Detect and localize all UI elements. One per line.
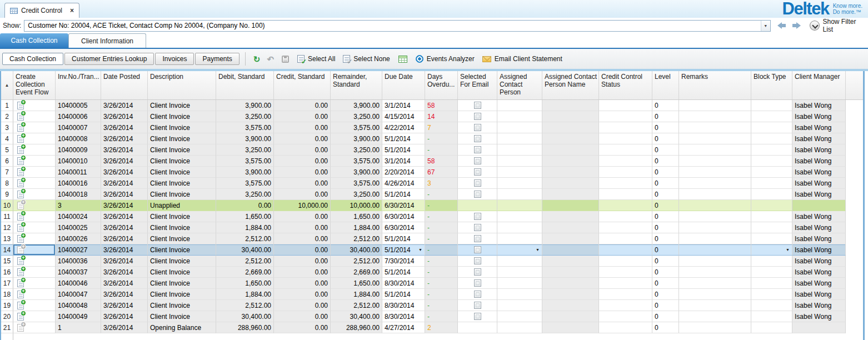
cell-level[interactable]: 0: [652, 256, 679, 267]
create-collection-event-icon[interactable]: +: [17, 313, 24, 321]
cell-days[interactable]: 2: [425, 322, 458, 333]
cell-due[interactable]: 5/1/2014: [382, 144, 425, 156]
table-row[interactable]: 17+104000463/26/2014Client Invoice1,650.…: [1, 278, 863, 289]
cell-block[interactable]: [751, 100, 792, 111]
cell-level[interactable]: 0: [652, 233, 679, 244]
cell-days[interactable]: 14: [425, 111, 458, 122]
column-header-sel[interactable]: Selected For Email: [458, 71, 497, 99]
cell-date[interactable]: 3/26/2014: [101, 200, 148, 211]
cell-debit[interactable]: 3,575.00: [216, 156, 274, 167]
cell-date[interactable]: 3/26/2014: [101, 311, 148, 322]
cell-remarks[interactable]: [679, 178, 751, 189]
table-row[interactable]: 11+104000243/26/2014Client Invoice1,650.…: [1, 211, 863, 222]
cell-block[interactable]: [751, 167, 792, 178]
cell-desc[interactable]: Client Invoice: [148, 278, 216, 289]
cell-ccs[interactable]: [599, 178, 652, 189]
table-row[interactable]: 19+104000483/26/2014Client Invoice2,512.…: [1, 300, 863, 311]
cell-due[interactable]: 3/1/2014: [382, 100, 425, 111]
cell-row-number[interactable]: 1: [1, 100, 13, 111]
cell-mgr[interactable]: Isabel Wong: [792, 144, 846, 156]
cell-acp[interactable]: [497, 256, 542, 267]
cell-sel[interactable]: [458, 178, 497, 189]
cell-inv[interactable]: 10400005: [56, 100, 101, 111]
cell-flow[interactable]: +: [13, 133, 56, 144]
table-row[interactable]: 15+104000363/26/2014Client Invoice2,512.…: [1, 256, 863, 267]
create-collection-event-icon[interactable]: +: [17, 135, 24, 143]
cell-block[interactable]: [751, 189, 792, 200]
cell-level[interactable]: 0: [652, 211, 679, 222]
cell-days[interactable]: -: [425, 278, 458, 289]
cell-debit[interactable]: 1,884.00: [216, 222, 274, 233]
cell-mgr[interactable]: Isabel Wong: [792, 178, 846, 189]
column-header-desc[interactable]: Description: [148, 71, 216, 99]
cell-rem[interactable]: 30,400.00: [331, 244, 382, 256]
create-collection-event-icon[interactable]: +: [17, 102, 24, 109]
cell-inv[interactable]: 10400010: [56, 156, 101, 167]
table-row[interactable]: 2+104000063/26/2014Client Invoice3,250.0…: [1, 111, 863, 122]
save-icon[interactable]: [282, 56, 289, 63]
cell-date[interactable]: 3/26/2014: [101, 133, 148, 144]
show-filter-list-button[interactable]: Show Filter List: [823, 18, 868, 33]
close-icon[interactable]: ×: [70, 7, 74, 14]
cell-rem[interactable]: 3,575.00: [331, 122, 382, 133]
email-checkbox[interactable]: [474, 135, 481, 142]
cell-date[interactable]: 3/26/2014: [101, 300, 148, 311]
column-header-date[interactable]: Date Posted: [101, 71, 148, 99]
cell-acpn[interactable]: [542, 300, 599, 311]
email-checkbox[interactable]: [474, 224, 481, 231]
cell-inv[interactable]: 10400049: [56, 311, 101, 322]
cell-sel[interactable]: [458, 100, 497, 111]
cell-level[interactable]: 0: [652, 189, 679, 200]
cell-flow[interactable]: +: [13, 322, 56, 333]
column-header-acp[interactable]: Assigned Contact Person: [497, 71, 542, 99]
cell-due[interactable]: 4/26/2014: [382, 178, 425, 189]
cell-rem[interactable]: 3,250.00: [331, 144, 382, 156]
cell-remarks[interactable]: [679, 189, 751, 200]
cell-date[interactable]: 3/26/2014: [101, 256, 148, 267]
column-header-rem[interactable]: Remainder, Standard: [331, 71, 382, 99]
cell-days[interactable]: -: [425, 289, 458, 300]
cell-level[interactable]: 0: [652, 222, 679, 233]
cell-row-number[interactable]: 2: [1, 111, 13, 122]
email-checkbox[interactable]: [474, 191, 481, 198]
cell-mgr[interactable]: Isabel Wong: [792, 100, 846, 111]
cell-block[interactable]: [751, 233, 792, 244]
cell-desc[interactable]: Client Invoice: [148, 156, 216, 167]
forward-arrow-icon[interactable]: [792, 22, 801, 29]
cell-inv[interactable]: 10400009: [56, 144, 101, 156]
cell-inv[interactable]: 10400024: [56, 211, 101, 222]
cell-days[interactable]: -: [425, 211, 458, 222]
cell-acpn[interactable]: [542, 233, 599, 244]
cell-date[interactable]: 3/26/2014: [101, 178, 148, 189]
filter-combobox[interactable]: Customer No: 20004, ACE Ticket, Contact …: [24, 20, 770, 32]
cell-dropdown-icon[interactable]: ▼: [534, 248, 540, 252]
table-row[interactable]: 21+13/26/2014Opening Balance288,960.000.…: [1, 322, 863, 333]
cell-acpn[interactable]: [542, 111, 599, 122]
cell-due[interactable]: 8/30/2014: [382, 278, 425, 289]
cell-due[interactable]: 6/30/2014: [382, 222, 425, 233]
cell-acp[interactable]: [497, 322, 542, 333]
column-header-credit[interactable]: Credit, Standard: [274, 71, 331, 99]
cell-credit[interactable]: 0.00: [274, 178, 331, 189]
cell-desc[interactable]: Client Invoice: [148, 133, 216, 144]
cell-acpn[interactable]: [542, 100, 599, 111]
cell-row-number[interactable]: 15: [1, 256, 13, 267]
cell-level[interactable]: 0: [652, 322, 679, 333]
cell-credit[interactable]: 0.00: [274, 100, 331, 111]
cell-ccs[interactable]: [599, 267, 652, 278]
cell-mgr[interactable]: Isabel Wong: [792, 167, 846, 178]
cell-row-number[interactable]: 19: [1, 300, 13, 311]
cell-days[interactable]: -: [425, 244, 458, 256]
cell-date[interactable]: 3/26/2014: [101, 156, 148, 167]
table-row[interactable]: 6+104000103/26/2014Client Invoice3,575.0…: [1, 156, 863, 167]
cell-sel[interactable]: [458, 156, 497, 167]
cell-ccs[interactable]: [599, 311, 652, 322]
cell-inv[interactable]: 1: [56, 322, 101, 333]
cell-inv[interactable]: 3: [56, 200, 101, 211]
cell-due[interactable]: 5/1/2014: [382, 267, 425, 278]
cell-row-number[interactable]: 5: [1, 144, 13, 156]
email-checkbox[interactable]: [474, 102, 481, 109]
cell-date[interactable]: 3/26/2014: [101, 267, 148, 278]
cell-credit[interactable]: 0.00: [274, 322, 331, 333]
cell-mgr[interactable]: Isabel Wong: [792, 211, 846, 222]
